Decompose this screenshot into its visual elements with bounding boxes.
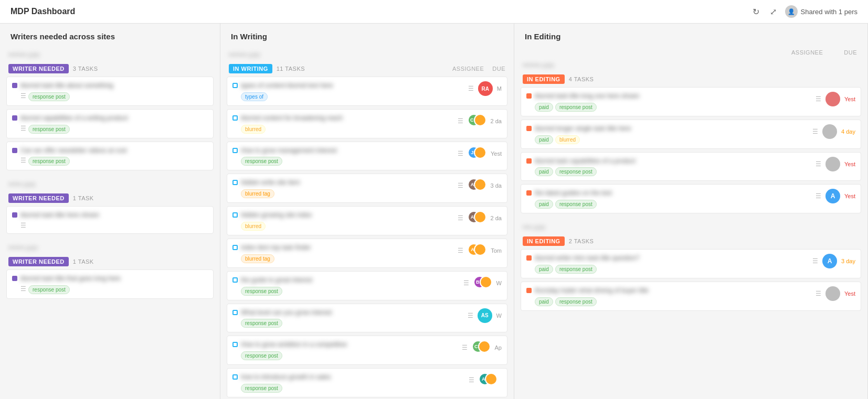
task-checkbox[interactable]: [526, 158, 532, 164]
menu-icon[interactable]: ☰: [816, 160, 821, 168]
task-checkbox[interactable]: [12, 212, 17, 218]
due-date: Ap: [495, 344, 502, 351]
due-date: 2 da: [491, 118, 502, 124]
status-bar: IN EDITING 2 TASKS: [521, 233, 861, 249]
menu-icon[interactable]: ☰: [20, 157, 26, 166]
task-item[interactable]: What level can you grow interest respons…: [227, 304, 507, 333]
task-item[interactable]: blurred task title that goes long here ☰…: [6, 269, 214, 299]
task-checkbox[interactable]: [12, 148, 17, 153]
task-row: the latest guides on the test paidrespon…: [526, 189, 855, 209]
menu-icon[interactable]: ☰: [462, 344, 468, 351]
editing-column-title: In Editing: [525, 32, 857, 41]
menu-icon[interactable]: ☰: [458, 182, 463, 189]
task-checkbox[interactable]: [232, 115, 238, 121]
due-date: Yest: [844, 161, 855, 167]
menu-icon[interactable]: ☰: [816, 192, 821, 200]
menu-icon[interactable]: ☰: [816, 95, 821, 103]
due-date: Yest: [844, 290, 855, 297]
task-title: blurred task title here shown: [20, 211, 208, 220]
task-tag: blurred tag: [241, 189, 274, 198]
task-right: ☰ Yest: [816, 92, 855, 106]
menu-icon[interactable]: ☰: [816, 290, 821, 297]
task-tags: ☰ response post: [20, 285, 208, 294]
task-item[interactable]: blurred task title about something ☰ res…: [6, 77, 214, 106]
task-item[interactable]: How to grow ambition in a competitive re…: [227, 336, 507, 365]
task-item[interactable]: the latest guides on the test paidrespon…: [521, 184, 861, 213]
task-checkbox[interactable]: [232, 180, 238, 185]
task-item[interactable]: blurred task capabilities of a product p…: [521, 152, 861, 181]
menu-icon[interactable]: ☰: [463, 279, 469, 287]
task-tag: blurred tag: [241, 254, 274, 263]
menu-icon[interactable]: ☰: [20, 125, 26, 134]
avatar-secondary: [474, 178, 486, 191]
task-item[interactable]: blurred longer single task title here pa…: [521, 120, 861, 149]
menu-icon[interactable]: ☰: [458, 214, 463, 222]
task-item[interactable]: blurred writer intro task title question…: [521, 249, 861, 278]
refresh-button[interactable]: ↻: [750, 5, 761, 19]
task-content: types of content blurred text here types…: [241, 81, 465, 101]
task-item[interactable]: index item top task finder blurred tag ☰…: [227, 239, 507, 268]
task-item[interactable]: the guide to great interest response pos…: [227, 271, 507, 300]
menu-icon[interactable]: ☰: [20, 285, 26, 294]
menu-icon[interactable]: ☰: [812, 128, 818, 135]
task-checkbox[interactable]: [232, 148, 238, 153]
task-title: blurred content for broadening reach: [241, 114, 454, 123]
task-item[interactable]: blurred task title long one here shown p…: [521, 87, 861, 116]
task-tags: response post: [241, 351, 459, 360]
task-content: blurred longer single task title here pa…: [535, 124, 809, 144]
task-checkbox[interactable]: [232, 277, 238, 283]
task-tag: response post: [555, 297, 597, 306]
menu-icon[interactable]: ☰: [458, 150, 463, 157]
menu-icon[interactable]: ☰: [468, 85, 474, 92]
task-right: ☰ RA M: [468, 81, 502, 96]
task-title: index item top task finder: [241, 243, 454, 252]
task-item[interactable]: hidden growing site index blurred ☰ AV 2…: [227, 206, 507, 235]
task-checkbox[interactable]: [526, 288, 532, 293]
task-checkbox[interactable]: [12, 115, 17, 121]
task-tags: blurred: [241, 125, 454, 134]
task-checkbox[interactable]: [526, 93, 532, 99]
task-checkbox[interactable]: [232, 245, 238, 250]
menu-icon[interactable]: ☰: [468, 312, 473, 319]
menu-icon[interactable]: ☰: [20, 222, 26, 229]
task-right: ☰ AV 2 da: [458, 211, 502, 225]
task-item[interactable]: thursday trader what driving of buyer ti…: [521, 282, 861, 311]
task-item[interactable]: How to grow management interest response…: [227, 142, 507, 171]
task-checkbox[interactable]: [12, 276, 17, 281]
task-checkbox[interactable]: [232, 212, 238, 218]
task-row: What level can you grow interest respons…: [232, 308, 502, 328]
task-checkbox[interactable]: [526, 190, 532, 196]
task-checkbox[interactable]: [232, 310, 238, 315]
avatar: A: [825, 189, 840, 203]
due-date: Yest: [844, 193, 855, 199]
task-item[interactable]: blurred content for broadening reach blu…: [227, 109, 507, 138]
expand-button[interactable]: ⤢: [768, 5, 779, 19]
task-title: how to introduce growth in sales: [241, 373, 465, 382]
task-item[interactable]: hidden write site item blurred tag ☰ AV …: [227, 174, 507, 203]
menu-icon[interactable]: ☰: [812, 257, 818, 265]
task-count: 1 TASK: [73, 195, 94, 201]
task-content: Can we offer newsletter videos at cost ☰…: [20, 146, 208, 166]
task-checkbox[interactable]: [232, 374, 238, 380]
task-item[interactable]: types of content blurred text here types…: [227, 77, 507, 106]
task-row: the guide to great interest response pos…: [232, 276, 502, 296]
task-item[interactable]: blurred task title here shown ☰: [6, 206, 214, 234]
task-tags: ☰ response post: [20, 92, 208, 101]
task-checkbox[interactable]: [526, 255, 532, 261]
menu-icon[interactable]: ☰: [458, 117, 463, 125]
task-tag: paid: [535, 200, 553, 209]
task-checkbox[interactable]: [232, 342, 238, 347]
task-row: hidden write site item blurred tag ☰ AV …: [232, 178, 502, 198]
task-checkbox[interactable]: [526, 126, 532, 131]
menu-icon[interactable]: ☰: [469, 376, 474, 384]
writing-column-title: In Writing: [231, 32, 503, 41]
task-item[interactable]: Can we offer newsletter videos at cost ☰…: [6, 142, 214, 171]
due-date: 3 da: [491, 182, 502, 189]
task-checkbox[interactable]: [12, 83, 17, 88]
menu-icon[interactable]: ☰: [20, 92, 26, 101]
task-checkbox[interactable]: [232, 83, 238, 88]
menu-icon[interactable]: ☰: [458, 247, 463, 254]
task-item[interactable]: blurred capabilities of a writing produc…: [6, 109, 214, 138]
task-item[interactable]: how to introduce growth in sales respons…: [227, 368, 507, 397]
writers-site-section: •••••••.com WRITER NEEDED 1 TASK blurred…: [6, 240, 214, 299]
